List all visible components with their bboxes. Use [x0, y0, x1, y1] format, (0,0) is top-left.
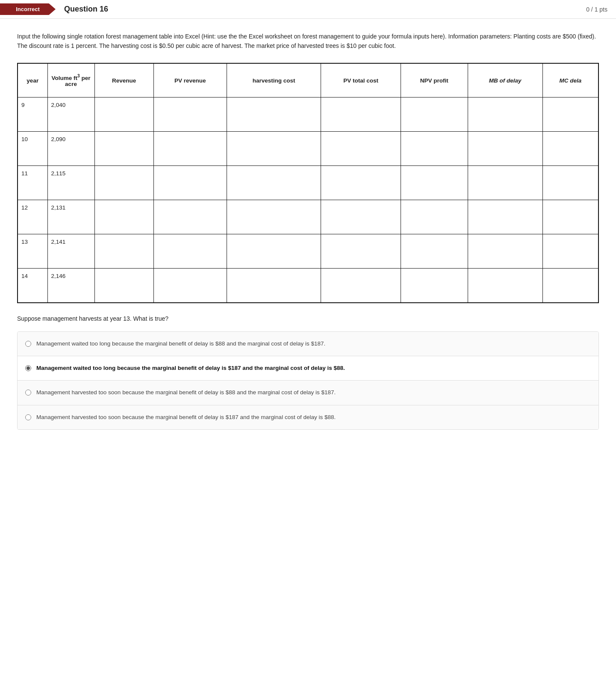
cell-volume: 2,131 [47, 200, 94, 234]
cell-harvesting_cost [227, 166, 321, 200]
cell-npv_profit [401, 269, 468, 303]
col-header-harvesting-cost: harvesting cost [227, 63, 321, 97]
cell-pv_total_cost [321, 234, 401, 269]
col-header-mc-delay: MC dela [542, 63, 598, 97]
table-header-row: year Volume ft3 per acre Revenue PV reve… [18, 63, 598, 97]
cell-npv_profit [401, 166, 468, 200]
cell-volume: 2,141 [47, 234, 94, 269]
cell-year: 9 [18, 97, 47, 132]
cell-mb_delay [468, 234, 542, 269]
question-text: Suppose management harvests at year 13. … [17, 315, 599, 322]
cell-mc_delay [542, 97, 598, 132]
question-title-text: Question 16 [64, 5, 108, 13]
table-body: 92,040102,090112,115122,131132,141142,14… [18, 97, 598, 303]
table-row: 132,141 [18, 234, 598, 269]
table-row: 122,131 [18, 200, 598, 234]
cell-mc_delay [542, 200, 598, 234]
cell-mc_delay [542, 132, 598, 166]
forest-table: year Volume ft3 per acre Revenue PV reve… [17, 63, 599, 303]
pts-label: 0 / 1 pts [586, 6, 607, 13]
table-row: 102,090 [18, 132, 598, 166]
cell-npv_profit [401, 97, 468, 132]
cell-revenue [94, 132, 153, 166]
label-a2: Management waited too long because the m… [36, 364, 345, 372]
col-header-revenue: Revenue [94, 63, 153, 97]
col-header-npv-profit: NPV profit [401, 63, 468, 97]
cell-volume: 2,040 [47, 97, 94, 132]
cell-year: 10 [18, 132, 47, 166]
cell-mb_delay [468, 269, 542, 303]
cell-pv_revenue [153, 132, 227, 166]
cell-harvesting_cost [227, 97, 321, 132]
cell-npv_profit [401, 200, 468, 234]
cell-mc_delay [542, 234, 598, 269]
label-a1: Management waited too long because the m… [36, 340, 325, 348]
radio-a2[interactable] [25, 365, 31, 371]
cell-revenue [94, 200, 153, 234]
cell-pv_revenue [153, 97, 227, 132]
cell-mc_delay [542, 166, 598, 200]
table-row: 112,115 [18, 166, 598, 200]
cell-pv_total_cost [321, 97, 401, 132]
table-row: 92,040 [18, 97, 598, 132]
intro-text: Input the following single rotation fore… [17, 32, 599, 51]
col-header-volume: Volume ft3 per acre [47, 63, 94, 97]
label-a3: Management harvested too soon because th… [36, 388, 336, 397]
cell-mc_delay [542, 269, 598, 303]
page-wrapper: Incorrect Question 16 0 / 1 pts Input th… [0, 0, 616, 700]
cell-mb_delay [468, 97, 542, 132]
header-bar: Incorrect Question 16 0 / 1 pts [0, 0, 616, 19]
question-title: Question 16 [56, 5, 586, 14]
cell-harvesting_cost [227, 234, 321, 269]
answer-option-3[interactable]: Management harvested too soon because th… [18, 381, 598, 405]
cell-year: 12 [18, 200, 47, 234]
cell-mb_delay [468, 132, 542, 166]
cell-revenue [94, 166, 153, 200]
answer-option-4[interactable]: Management harvested too soon because th… [18, 405, 598, 429]
cell-pv_revenue [153, 269, 227, 303]
cell-volume: 2,090 [47, 132, 94, 166]
answer-option-2[interactable]: Management waited too long because the m… [18, 356, 598, 381]
radio-a4[interactable] [25, 414, 31, 420]
cell-revenue [94, 269, 153, 303]
col-header-pv-total-cost: PV total cost [321, 63, 401, 97]
cell-volume: 2,115 [47, 166, 94, 200]
label-a4: Management harvested too soon because th… [36, 413, 336, 422]
cell-year: 14 [18, 269, 47, 303]
main-content: Input the following single rotation fore… [0, 19, 616, 447]
cell-year: 11 [18, 166, 47, 200]
incorrect-badge: Incorrect [0, 3, 56, 15]
cell-pv_revenue [153, 234, 227, 269]
radio-a3[interactable] [25, 390, 31, 396]
cell-year: 13 [18, 234, 47, 269]
cell-pv_total_cost [321, 166, 401, 200]
cell-npv_profit [401, 234, 468, 269]
answer-option-1[interactable]: Management waited too long because the m… [18, 332, 598, 356]
cell-pv_revenue [153, 200, 227, 234]
col-header-mb-delay: MB of delay [468, 63, 542, 97]
cell-volume: 2,146 [47, 269, 94, 303]
col-header-year: year [18, 63, 47, 97]
cell-npv_profit [401, 132, 468, 166]
cell-pv_total_cost [321, 269, 401, 303]
cell-harvesting_cost [227, 269, 321, 303]
cell-harvesting_cost [227, 200, 321, 234]
radio-a1[interactable] [25, 341, 31, 347]
cell-revenue [94, 234, 153, 269]
table-row: 142,146 [18, 269, 598, 303]
cell-pv_total_cost [321, 200, 401, 234]
cell-pv_revenue [153, 166, 227, 200]
cell-pv_total_cost [321, 132, 401, 166]
col-header-pv-revenue: PV revenue [153, 63, 227, 97]
cell-harvesting_cost [227, 132, 321, 166]
cell-revenue [94, 97, 153, 132]
cell-mb_delay [468, 166, 542, 200]
answer-choices: Management waited too long because the m… [17, 331, 599, 430]
cell-mb_delay [468, 200, 542, 234]
